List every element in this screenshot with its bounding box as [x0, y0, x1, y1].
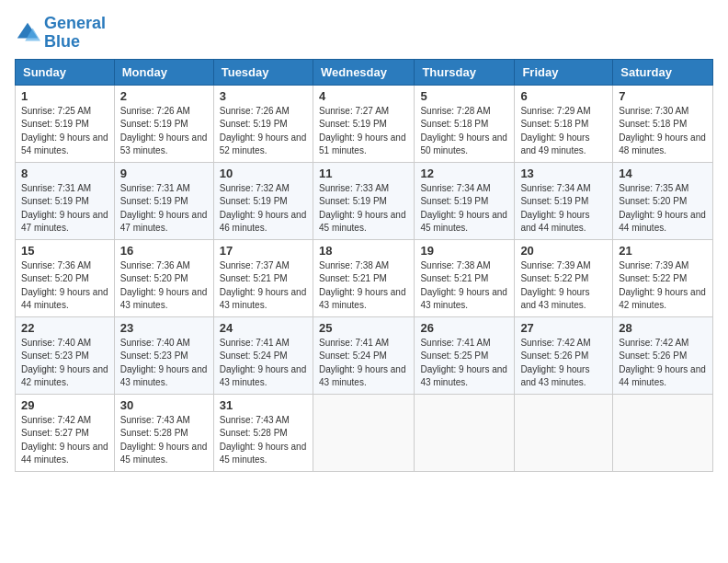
- calendar-cell: 7 Sunrise: 7:30 AM Sunset: 5:18 PM Dayli…: [613, 85, 713, 162]
- day-number: 16: [120, 244, 208, 258]
- day-header-saturday: Saturday: [613, 59, 713, 85]
- day-info: Sunrise: 7:26 AM Sunset: 5:19 PM Dayligh…: [120, 105, 208, 158]
- day-info: Sunrise: 7:40 AM Sunset: 5:23 PM Dayligh…: [21, 337, 108, 390]
- day-number: 19: [420, 244, 508, 258]
- calendar-cell: 22 Sunrise: 7:40 AM Sunset: 5:23 PM Dayl…: [16, 316, 115, 394]
- logo-icon: [15, 20, 40, 46]
- day-info: Sunrise: 7:31 AM Sunset: 5:19 PM Dayligh…: [120, 182, 208, 236]
- calendar-week-3: 15 Sunrise: 7:36 AM Sunset: 5:20 PM Dayl…: [16, 239, 713, 316]
- day-info: Sunrise: 7:42 AM Sunset: 5:27 PM Dayligh…: [21, 414, 108, 467]
- calendar-week-1: 1 Sunrise: 7:25 AM Sunset: 5:19 PM Dayli…: [16, 85, 713, 162]
- calendar-cell: 2 Sunrise: 7:26 AM Sunset: 5:19 PM Dayli…: [114, 85, 213, 162]
- day-info: Sunrise: 7:41 AM Sunset: 5:25 PM Dayligh…: [420, 337, 508, 390]
- day-number: 12: [420, 167, 508, 180]
- day-info: Sunrise: 7:42 AM Sunset: 5:26 PM Dayligh…: [619, 337, 707, 390]
- day-number: 3: [220, 89, 307, 103]
- day-info: Sunrise: 7:43 AM Sunset: 5:28 PM Dayligh…: [120, 414, 208, 467]
- calendar-cell: 24 Sunrise: 7:41 AM Sunset: 5:24 PM Dayl…: [213, 316, 313, 394]
- day-number: 17: [220, 244, 307, 258]
- calendar-cell: 25 Sunrise: 7:41 AM Sunset: 5:24 PM Dayl…: [313, 316, 414, 394]
- day-info: Sunrise: 7:36 AM Sunset: 5:20 PM Dayligh…: [21, 259, 108, 313]
- calendar-cell: 20 Sunrise: 7:39 AM Sunset: 5:22 PM Dayl…: [515, 239, 613, 316]
- calendar-cell: [415, 394, 515, 471]
- calendar-cell: 21 Sunrise: 7:39 AM Sunset: 5:22 PM Dayl…: [613, 239, 713, 316]
- day-number: 22: [21, 321, 108, 335]
- calendar-week-2: 8 Sunrise: 7:31 AM Sunset: 5:19 PM Dayli…: [16, 162, 713, 239]
- day-info: Sunrise: 7:38 AM Sunset: 5:21 PM Dayligh…: [420, 259, 508, 313]
- day-number: 8: [21, 167, 108, 180]
- day-info: Sunrise: 7:41 AM Sunset: 5:24 PM Dayligh…: [319, 337, 408, 390]
- day-info: Sunrise: 7:32 AM Sunset: 5:19 PM Dayligh…: [220, 182, 307, 236]
- calendar-cell: 15 Sunrise: 7:36 AM Sunset: 5:20 PM Dayl…: [16, 239, 115, 316]
- day-number: 20: [520, 244, 607, 258]
- calendar-cell: [313, 394, 414, 471]
- day-info: Sunrise: 7:36 AM Sunset: 5:20 PM Dayligh…: [120, 259, 208, 313]
- calendar-cell: 19 Sunrise: 7:38 AM Sunset: 5:21 PM Dayl…: [415, 239, 515, 316]
- day-info: Sunrise: 7:39 AM Sunset: 5:22 PM Dayligh…: [619, 259, 707, 313]
- calendar-cell: 30 Sunrise: 7:43 AM Sunset: 5:28 PM Dayl…: [114, 394, 213, 471]
- day-number: 26: [420, 321, 508, 335]
- day-number: 30: [120, 398, 208, 412]
- day-number: 14: [619, 167, 707, 180]
- calendar-cell: 11 Sunrise: 7:33 AM Sunset: 5:19 PM Dayl…: [313, 162, 414, 239]
- calendar-cell: 6 Sunrise: 7:29 AM Sunset: 5:18 PM Dayli…: [515, 85, 613, 162]
- day-info: Sunrise: 7:42 AM Sunset: 5:26 PM Dayligh…: [520, 337, 607, 390]
- calendar-cell: 29 Sunrise: 7:42 AM Sunset: 5:27 PM Dayl…: [16, 394, 115, 471]
- day-info: Sunrise: 7:29 AM Sunset: 5:18 PM Dayligh…: [520, 105, 607, 158]
- calendar-cell: 13 Sunrise: 7:34 AM Sunset: 5:19 PM Dayl…: [515, 162, 613, 239]
- day-info: Sunrise: 7:33 AM Sunset: 5:19 PM Dayligh…: [319, 182, 408, 236]
- calendar-week-5: 29 Sunrise: 7:42 AM Sunset: 5:27 PM Dayl…: [16, 394, 713, 471]
- day-header-friday: Friday: [515, 59, 613, 85]
- calendar-cell: 18 Sunrise: 7:38 AM Sunset: 5:21 PM Dayl…: [313, 239, 414, 316]
- day-number: 2: [120, 89, 208, 103]
- day-number: 7: [619, 89, 707, 103]
- day-header-wednesday: Wednesday: [313, 59, 414, 85]
- day-number: 31: [220, 398, 307, 412]
- calendar-cell: [613, 394, 713, 471]
- day-number: 27: [520, 321, 607, 335]
- logo: General Blue: [15, 15, 106, 52]
- day-info: Sunrise: 7:30 AM Sunset: 5:18 PM Dayligh…: [619, 105, 707, 158]
- day-header-thursday: Thursday: [415, 59, 515, 85]
- calendar-cell: 14 Sunrise: 7:35 AM Sunset: 5:20 PM Dayl…: [613, 162, 713, 239]
- calendar-cell: 23 Sunrise: 7:40 AM Sunset: 5:23 PM Dayl…: [114, 316, 213, 394]
- calendar-header-row: SundayMondayTuesdayWednesdayThursdayFrid…: [16, 59, 713, 85]
- day-info: Sunrise: 7:41 AM Sunset: 5:24 PM Dayligh…: [220, 337, 307, 390]
- day-info: Sunrise: 7:40 AM Sunset: 5:23 PM Dayligh…: [120, 337, 208, 390]
- day-number: 18: [319, 244, 408, 258]
- day-info: Sunrise: 7:37 AM Sunset: 5:21 PM Dayligh…: [220, 259, 307, 313]
- calendar-table: SundayMondayTuesdayWednesdayThursdayFrid…: [15, 59, 713, 472]
- day-info: Sunrise: 7:28 AM Sunset: 5:18 PM Dayligh…: [420, 105, 508, 158]
- day-info: Sunrise: 7:27 AM Sunset: 5:19 PM Dayligh…: [319, 105, 408, 158]
- calendar-cell: 16 Sunrise: 7:36 AM Sunset: 5:20 PM Dayl…: [114, 239, 213, 316]
- day-number: 28: [619, 321, 707, 335]
- day-number: 1: [21, 89, 108, 103]
- calendar-cell: 12 Sunrise: 7:34 AM Sunset: 5:19 PM Dayl…: [415, 162, 515, 239]
- calendar-cell: [515, 394, 613, 471]
- day-number: 21: [619, 244, 707, 258]
- day-number: 13: [520, 167, 607, 180]
- calendar-cell: 27 Sunrise: 7:42 AM Sunset: 5:26 PM Dayl…: [515, 316, 613, 394]
- day-info: Sunrise: 7:31 AM Sunset: 5:19 PM Dayligh…: [21, 182, 108, 236]
- calendar-cell: 10 Sunrise: 7:32 AM Sunset: 5:19 PM Dayl…: [213, 162, 313, 239]
- day-number: 29: [21, 398, 108, 412]
- day-number: 10: [220, 167, 307, 180]
- calendar-cell: 3 Sunrise: 7:26 AM Sunset: 5:19 PM Dayli…: [213, 85, 313, 162]
- day-header-sunday: Sunday: [16, 59, 115, 85]
- day-number: 25: [319, 321, 408, 335]
- day-info: Sunrise: 7:25 AM Sunset: 5:19 PM Dayligh…: [21, 105, 108, 158]
- day-info: Sunrise: 7:34 AM Sunset: 5:19 PM Dayligh…: [420, 182, 508, 236]
- day-info: Sunrise: 7:38 AM Sunset: 5:21 PM Dayligh…: [319, 259, 408, 313]
- day-info: Sunrise: 7:26 AM Sunset: 5:19 PM Dayligh…: [220, 105, 307, 158]
- calendar-cell: 5 Sunrise: 7:28 AM Sunset: 5:18 PM Dayli…: [415, 85, 515, 162]
- calendar-cell: 26 Sunrise: 7:41 AM Sunset: 5:25 PM Dayl…: [415, 316, 515, 394]
- day-info: Sunrise: 7:43 AM Sunset: 5:28 PM Dayligh…: [220, 414, 307, 467]
- calendar-week-4: 22 Sunrise: 7:40 AM Sunset: 5:23 PM Dayl…: [16, 316, 713, 394]
- page-header: General Blue: [15, 15, 713, 52]
- day-number: 4: [319, 89, 408, 103]
- day-info: Sunrise: 7:35 AM Sunset: 5:20 PM Dayligh…: [619, 182, 707, 236]
- calendar-cell: 31 Sunrise: 7:43 AM Sunset: 5:28 PM Dayl…: [213, 394, 313, 471]
- day-number: 24: [220, 321, 307, 335]
- day-info: Sunrise: 7:39 AM Sunset: 5:22 PM Dayligh…: [520, 259, 607, 313]
- calendar-cell: 4 Sunrise: 7:27 AM Sunset: 5:19 PM Dayli…: [313, 85, 414, 162]
